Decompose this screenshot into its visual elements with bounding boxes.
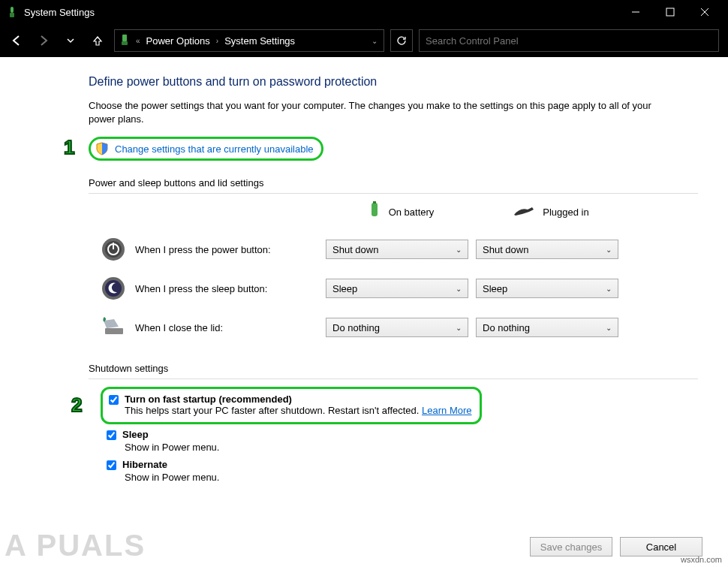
close-button[interactable] bbox=[687, 0, 722, 24]
power-icon bbox=[101, 237, 126, 262]
row-sleep-label: When I press the sleep button: bbox=[135, 283, 267, 294]
svg-rect-8 bbox=[372, 203, 378, 216]
sleep-check-desc: Show in Power menu. bbox=[125, 442, 698, 453]
breadcrumb-power-options[interactable]: Power Options bbox=[146, 35, 210, 47]
section-shutdown-title: Shutdown settings bbox=[89, 363, 698, 374]
fast-startup-desc: This helps start your PC faster after sh… bbox=[125, 405, 472, 416]
divider bbox=[89, 193, 698, 194]
app-icon bbox=[6, 6, 18, 18]
row-lid: When I close the lid: bbox=[101, 315, 326, 340]
col-plugged-label: Plugged in bbox=[543, 207, 588, 218]
sleep-plugged-select[interactable]: Sleep⌄ bbox=[476, 279, 618, 298]
address-bar[interactable]: « Power Options › System Settings ⌄ bbox=[114, 29, 384, 52]
lid-battery-select[interactable]: Do nothing⌄ bbox=[326, 318, 468, 337]
search-box[interactable] bbox=[419, 29, 719, 52]
power-grid: On battery Plugged in When I press the p… bbox=[89, 201, 698, 340]
toolbar: « Power Options › System Settings ⌄ bbox=[0, 24, 728, 57]
up-button[interactable] bbox=[87, 30, 108, 51]
learn-more-link[interactable]: Learn More bbox=[422, 405, 471, 416]
watermark: A PUALS bbox=[5, 529, 146, 562]
chevron-down-icon: ⌄ bbox=[606, 246, 612, 254]
shutdown-section: Shutdown settings 2 Turn on fast startup… bbox=[89, 363, 698, 483]
row-lid-label: When I close the lid: bbox=[135, 322, 223, 333]
cancel-button[interactable]: Cancel bbox=[620, 537, 702, 556]
moon-icon bbox=[101, 276, 126, 301]
section-buttons-title: Power and sleep buttons and lid settings bbox=[89, 177, 698, 188]
col-battery: On battery bbox=[326, 201, 476, 223]
sleep-checkbox[interactable] bbox=[107, 430, 116, 440]
fast-startup-label: Turn on fast startup (recommended) bbox=[125, 394, 472, 405]
svg-rect-1 bbox=[10, 13, 14, 17]
chevron-right-icon: › bbox=[215, 37, 220, 45]
source-mark: wsxdn.com bbox=[681, 555, 722, 564]
power-battery-select[interactable]: Shut down⌄ bbox=[326, 240, 468, 259]
search-input[interactable] bbox=[426, 35, 712, 47]
svg-rect-6 bbox=[122, 35, 127, 41]
svg-rect-0 bbox=[11, 7, 14, 13]
fast-startup-callout: 2 Turn on fast startup (recommended) Thi… bbox=[101, 387, 482, 424]
refresh-button[interactable] bbox=[390, 29, 413, 52]
col-battery-label: On battery bbox=[389, 207, 435, 218]
page-heading: Define power buttons and turn on passwor… bbox=[89, 75, 698, 89]
plug-column-icon bbox=[513, 205, 535, 219]
svg-point-15 bbox=[105, 280, 122, 297]
svg-rect-16 bbox=[105, 328, 123, 334]
footer-buttons: Save changes Cancel bbox=[530, 537, 702, 556]
battery-column-icon bbox=[368, 201, 381, 223]
recent-dropdown[interactable] bbox=[60, 30, 81, 51]
titlebar: System Settings bbox=[0, 0, 728, 24]
minimize-button[interactable] bbox=[618, 0, 653, 24]
svg-rect-9 bbox=[373, 201, 376, 204]
lid-plugged-select[interactable]: Do nothing⌄ bbox=[476, 318, 618, 337]
row-power: When I press the power button: bbox=[101, 237, 326, 262]
forward-button[interactable] bbox=[33, 30, 54, 51]
maximize-button[interactable] bbox=[653, 0, 687, 24]
svg-rect-7 bbox=[122, 41, 128, 45]
callout-2: 2 bbox=[71, 394, 82, 417]
chevron-down-icon[interactable]: ⌄ bbox=[370, 37, 379, 45]
chevron-down-icon: ⌄ bbox=[606, 324, 612, 332]
save-button[interactable]: Save changes bbox=[530, 537, 612, 556]
page-intro: Choose the power settings that you want … bbox=[89, 99, 659, 126]
chevron-left-icon: « bbox=[134, 37, 142, 45]
laptop-icon bbox=[101, 315, 126, 340]
row-power-label: When I press the power button: bbox=[135, 244, 271, 255]
hibernate-checkbox[interactable] bbox=[107, 460, 116, 470]
change-settings-link[interactable]: Change settings that are currently unava… bbox=[115, 143, 314, 155]
window-title: System Settings bbox=[24, 7, 618, 18]
chevron-down-icon: ⌄ bbox=[456, 285, 462, 293]
col-plugged: Plugged in bbox=[476, 205, 626, 219]
row-sleep: When I press the sleep button: bbox=[101, 276, 326, 301]
svg-rect-3 bbox=[666, 8, 674, 16]
divider bbox=[89, 379, 698, 379]
back-button[interactable] bbox=[6, 30, 27, 51]
sleep-check-label: Sleep bbox=[122, 429, 149, 440]
fast-startup-checkbox[interactable] bbox=[109, 395, 119, 405]
content: Define power buttons and turn on passwor… bbox=[0, 57, 728, 483]
callout-1: 1 bbox=[64, 136, 74, 159]
change-settings-callout: 1 Change settings that are currently una… bbox=[89, 137, 323, 161]
shield-icon bbox=[95, 142, 109, 155]
chevron-down-icon: ⌄ bbox=[456, 324, 462, 332]
hibernate-desc: Show in Power menu. bbox=[125, 472, 698, 483]
power-plugged-select[interactable]: Shut down⌄ bbox=[476, 240, 618, 259]
chevron-down-icon: ⌄ bbox=[456, 246, 462, 254]
breadcrumb-system-settings[interactable]: System Settings bbox=[224, 35, 295, 47]
battery-icon bbox=[119, 34, 130, 48]
sleep-battery-select[interactable]: Sleep⌄ bbox=[326, 279, 468, 298]
chevron-down-icon: ⌄ bbox=[606, 285, 612, 293]
hibernate-label: Hibernate bbox=[122, 459, 167, 470]
